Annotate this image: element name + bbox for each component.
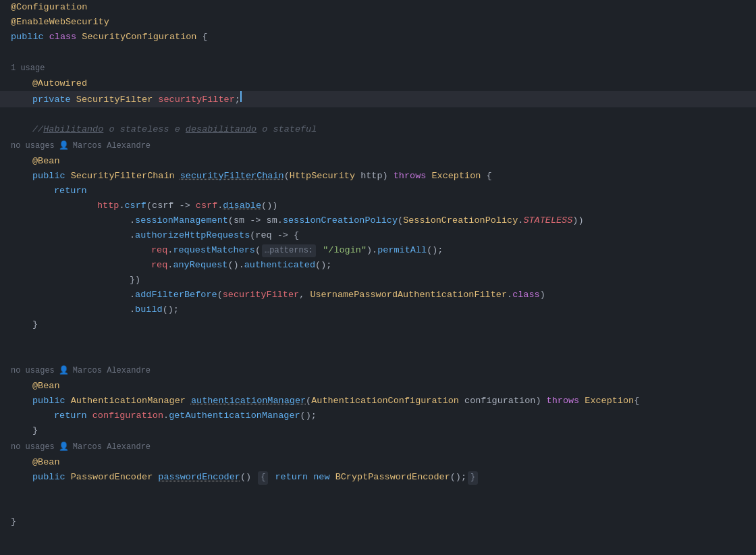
code-line: @Autowired [0,76,756,91]
type-name: SecurityFilter [76,92,159,107]
string-value: "/login" [317,243,367,258]
param: configuration [464,394,535,408]
method-name: anyRequest [173,258,227,273]
empty-line [0,485,756,500]
code-line: public PasswordEncoder passwordEncoder()… [0,470,756,485]
code-line: .sessionManagement(sm -> sm.sessionCreat… [0,213,756,228]
method-name: sessionManagement [135,213,228,228]
punctuation: ( [306,394,311,408]
empty-line [0,500,756,514]
code-line: } [0,317,756,332]
empty-line [0,332,756,347]
method-name: getAuthenticationManager [169,408,300,423]
punctuation: { [294,228,299,243]
method-name: passwordEncoder [158,470,240,485]
method-name: csrf [125,199,146,213]
method-name: build [135,302,163,317]
punctuation: ) [383,169,394,184]
punctuation: . [163,408,169,423]
code-line: @Bean [0,455,756,470]
punctuation: . [130,302,135,317]
keyword: class [512,288,540,302]
code-line: } [0,514,756,529]
punctuation: ( [284,169,290,184]
plain [269,470,275,485]
empty-line [0,45,756,59]
type-name: BCryptPasswordEncoder [335,470,450,485]
variable: req [151,243,167,258]
code-line: .addFilterBefore(securityFilter, Usernam… [0,288,756,302]
variable: securityFilter [223,288,299,302]
type-name: SecurityConfiguration [82,30,202,45]
punctuation: ( [255,243,261,258]
punctuation: )) [572,213,583,228]
punctuation: () [240,470,256,485]
author-name: Marcos Alexandre [73,140,151,153]
keyword: class [49,30,82,45]
keyword: return [275,470,314,485]
code-line: req.anyRequest().authenticated(); [0,258,756,273]
punctuation: . [167,258,173,273]
annotation: @Configuration [11,0,87,15]
punctuation: { [634,394,639,408]
variable: http [97,199,119,213]
punctuation: . [217,199,223,213]
punctuation: ( [217,288,223,302]
keyword: return [54,408,92,423]
keyword: return [54,184,87,199]
method-name: authenticated [244,258,315,273]
param: sm [267,213,277,228]
code-line: http.csrf(csrf -> csrf.disable()) [0,199,756,213]
param: req [255,228,271,243]
punctuation: , [299,288,310,302]
punctuation: ; [235,92,240,107]
keyword: new [313,470,335,485]
punctuation: . [507,288,512,302]
punctuation: }) [130,273,140,288]
exception-type: Exception [431,169,486,184]
punctuation: . [167,243,173,258]
type-name: SessionCreationPolicy [403,213,518,228]
author-name: Marcos Alexandre [73,441,151,454]
usage-count: 1 usage [11,62,45,75]
type-name: PasswordEncoder [71,470,159,485]
author-icon: 👤 [59,441,69,454]
keyword: public [11,30,49,45]
punctuation: . [130,213,135,228]
lambda: -> [272,228,294,243]
keyword: public [32,470,71,485]
code-line: @Bean [0,154,756,169]
code-line: public class SecurityConfiguration { [0,30,756,45]
param: csrf [152,199,173,213]
punctuation: (); [315,258,331,273]
variable: configuration [92,408,163,423]
code-line: @Configuration [0,0,756,15]
punctuation: . [518,213,523,228]
punctuation: ( [398,213,403,228]
punctuation: (); [450,470,466,485]
type-name: UsernamePasswordAuthenticationFilter [310,288,507,302]
type-name: SecurityFilterChain [71,169,180,184]
punctuation: } [32,423,38,438]
usage-count: no usages [11,441,55,454]
type-name: HttpSecurity [290,169,360,184]
punctuation: } [11,514,16,529]
exception-type: Exception [585,394,634,408]
comment: o stateless e [103,122,186,137]
comment-underline: Habilitando [43,122,103,137]
meta-no-usage-line: no usages 👤 Marcos Alexandre [0,137,756,154]
punctuation: . [277,213,283,228]
punctuation: . [130,288,135,302]
method-name: authorizeHttpRequests [135,228,250,243]
param: sm [234,213,244,228]
punctuation: . [130,228,135,243]
inline-hint-brace-close: } [468,471,478,484]
throws-keyword: throws [547,394,585,408]
empty-line [0,347,756,362]
keyword: public [32,394,71,408]
punctuation: (); [300,408,317,423]
method-name: requestMatchers [173,243,255,258]
annotation: @Autowired [32,76,87,91]
static-field: STATELESS [523,213,572,228]
punctuation: { [486,169,491,184]
